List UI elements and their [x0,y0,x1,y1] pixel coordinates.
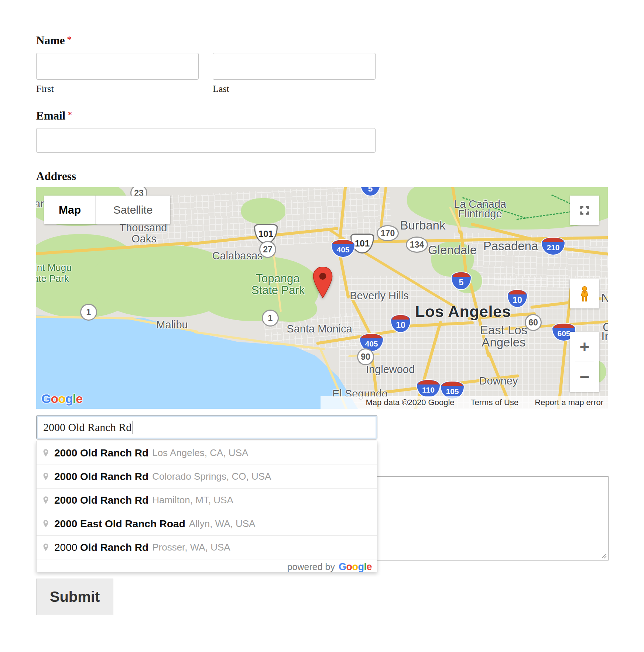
route-number: 105 [446,387,459,396]
route-number: 5 [459,277,464,287]
fullscreen-button[interactable] [570,196,599,225]
place-pin-icon [41,518,51,530]
route-number: 605 [557,329,570,338]
suggestion-main-text: 2000 Old Ranch Rd [54,471,148,483]
map-data-copyright: Map data ©2020 Google [366,398,455,407]
map-tab[interactable]: Map [44,196,96,224]
route-shield-134: 134 [406,237,428,253]
resize-handle-icon[interactable] [600,552,607,559]
autocomplete-item[interactable]: 2000 Old Ranch RdHamilton, MT, USA [37,488,377,512]
map-type-control: Map Satellite [44,196,170,224]
route-number: 27 [263,245,273,255]
autocomplete-item[interactable]: 2000 Old Ranch RdColorado Springs, CO, U… [37,465,377,488]
zoom-control: + − [570,332,599,392]
suggestion-secondary-text: Hamilton, MT, USA [152,494,233,506]
route-number: 101 [355,238,370,249]
email-label-text: Email [36,109,65,122]
place-pin-icon [41,542,51,553]
route-number: 5 [368,187,373,194]
fullscreen-icon [577,203,592,218]
map-label: Santa Monica [287,323,352,335]
suggestion-main-text: 2000 Old Ranch Rd [54,494,148,506]
route-number: 60 [528,318,538,328]
contact-form-page: Name* First Last Email* Address 23101271… [0,0,644,652]
submit-button[interactable]: Submit [36,579,113,615]
map-label: In [601,329,608,343]
place-pin-icon [41,494,51,506]
required-asterisk: * [67,34,71,44]
map-label: Pasadena [483,239,538,253]
terms-of-use-link[interactable]: Terms of Use [471,398,519,407]
email-field-label: Email* [36,109,72,123]
autocomplete-item[interactable]: 2000 East Old Ranch RoadAllyn, WA, USA [37,512,377,535]
address-autocomplete-dropdown: 2000 Old Ranch RdLos Angeles, CA, USA200… [36,441,377,572]
street-view-button[interactable] [570,279,599,308]
route-number: 1 [86,307,91,317]
map-label: ar [36,198,44,210]
place-pin-icon [41,471,51,483]
google-map-logo[interactable]: Google [41,391,82,406]
google-logo-text: Google [41,391,82,406]
map-label: Flintridge [458,208,502,220]
route-number: 110 [422,386,435,394]
map-label: Burbank [400,218,446,232]
map-label: Downey [479,375,518,387]
map-label: State Park [36,273,69,284]
last-name-sublabel: Last [213,83,229,94]
first-name-sublabel: First [36,83,54,94]
map-label: Point Mugu [36,262,72,273]
map-label: Los Angeles [415,303,511,321]
pegman-icon [576,286,593,303]
map-label: Glendale [428,243,477,257]
route-shield-170: 170 [377,225,399,241]
route-number: 90 [361,352,370,362]
route-shield-405: 405 [332,240,354,257]
google-map[interactable]: 2310127101170134405405551010609011110105… [36,187,608,409]
address-search-input[interactable]: 2000 Old Ranch Rd [36,415,377,439]
satellite-tab[interactable]: Satellite [96,196,170,224]
suggestion-main-text: 2000 Old Ranch Rd [54,447,148,459]
park-area [241,198,285,224]
required-asterisk: * [68,110,72,119]
route-shield-90: 90 [357,348,374,365]
autocomplete-footer: powered by Google [37,559,377,574]
map-label: Beverly Hills [350,290,409,302]
comments-textarea[interactable] [362,476,609,560]
autocomplete-item[interactable]: 2000 Old Ranch RdProsser, WA, USA [37,535,377,559]
map-label: Inglewood [366,363,415,376]
name-label-text: Name [36,34,65,47]
route-number: 10 [396,320,405,330]
map-label: Malibu [156,319,188,331]
map-label: Topanga [256,272,300,285]
route-number: 405 [365,339,378,348]
last-name-input[interactable] [213,53,376,80]
first-name-input[interactable] [36,53,199,80]
route-shield-1: 1 [80,304,97,321]
map-attribution: Map data ©2020 Google Terms of Use Repor… [321,396,608,409]
zoom-in-button[interactable]: + [570,332,599,362]
autocomplete-items: 2000 Old Ranch RdLos Angeles, CA, USA200… [37,441,377,559]
google-brand-logo: Google [339,561,372,573]
name-field-label: Name* [36,34,71,47]
suggestion-secondary-text: Colorado Springs, CO, USA [152,471,271,482]
report-map-error-link[interactable]: Report a map error [535,398,603,407]
zoom-out-button[interactable]: − [570,362,599,391]
route-number: 170 [381,228,395,238]
route-number: 405 [336,245,349,254]
map-label: Oaks [131,233,157,245]
map-label: Angeles [482,335,525,349]
suggestion-main-text: 2000 Old Ranch Rd [54,542,148,553]
map-label: Calabasas [212,250,263,262]
address-field-label: Address [36,170,76,183]
address-label-text: Address [36,170,76,183]
autocomplete-item[interactable]: 2000 Old Ranch RdLos Angeles, CA, USA [37,441,377,465]
map-label: State Park [251,284,305,297]
powered-by-text: powered by [287,562,335,572]
text-caret [133,421,133,434]
address-input-value: 2000 Old Ranch Rd [43,421,131,434]
suggestion-secondary-text: Allyn, WA, USA [189,518,256,529]
route-number: 210 [547,243,559,252]
email-input[interactable] [36,128,376,153]
map-marker-pin[interactable] [312,267,333,299]
route-number: 1 [268,313,273,323]
